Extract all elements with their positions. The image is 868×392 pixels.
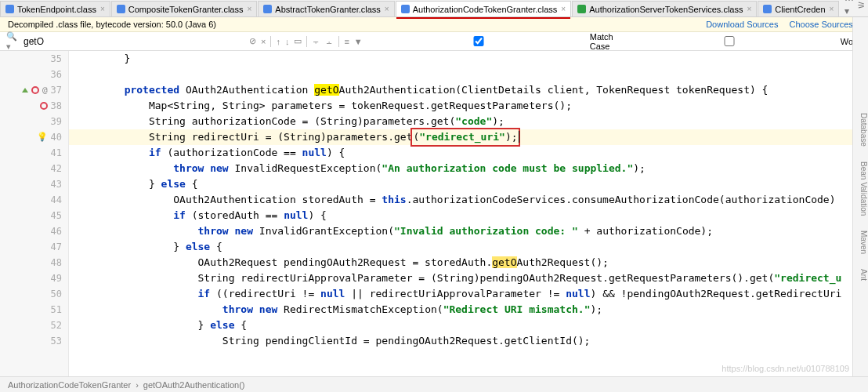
line-number: 42 xyxy=(51,161,62,176)
code-line[interactable]: } else { xyxy=(69,318,868,333)
gutter-row: 35 xyxy=(0,51,68,67)
code-area[interactable]: } protected OAuth2Authentication getOAut… xyxy=(69,51,868,385)
hide-icon[interactable]: ⚞ xyxy=(857,0,866,11)
tab-authorizationcodetokengranter-class[interactable]: AuthorizationCodeTokenGranter.class× xyxy=(396,1,572,16)
tool-bean-validation[interactable]: Bean Validation xyxy=(859,162,868,216)
code-line[interactable]: if (storedAuth == null) { xyxy=(69,208,868,223)
find-input[interactable] xyxy=(24,36,243,47)
override-icon[interactable] xyxy=(40,102,48,110)
tab-label: ClientCreden xyxy=(775,5,825,14)
tab-list-icon[interactable]: ⋯▾ xyxy=(844,0,854,16)
select-all-occurrences-icon[interactable]: ⫠ xyxy=(325,37,334,46)
line-number: 47 xyxy=(51,239,62,255)
close-tab-icon[interactable]: × xyxy=(747,5,751,13)
right-toolwindow-bar: Database Bean Validation Maven Ant xyxy=(852,17,868,376)
class-file-icon xyxy=(117,5,125,13)
select-all-icon[interactable]: ▭ xyxy=(294,36,302,46)
code-line[interactable]: String authorizationCode = (String)param… xyxy=(69,114,868,129)
download-sources-link[interactable]: Download Sources xyxy=(706,20,778,29)
code-line[interactable]: } xyxy=(69,51,868,67)
clear-icon[interactable]: ⊘ xyxy=(249,36,256,46)
tab-compositetokengranter-class[interactable]: CompositeTokenGranter.class× xyxy=(111,1,258,16)
gutter-row: 47 xyxy=(0,239,68,255)
code-line[interactable]: if (authorizationCode == null) { xyxy=(69,145,868,161)
watermark: https://blog.csdn.net/u010788109 xyxy=(722,364,849,373)
filter-icon[interactable]: ▼ xyxy=(354,37,363,46)
code-line[interactable] xyxy=(69,67,868,82)
gutter-row: 50 xyxy=(0,286,68,302)
gutter-row: 51 xyxy=(0,302,68,318)
tab-authorizationservertokenservices-class[interactable]: AuthorizationServerTokenServices.class× xyxy=(572,1,757,16)
line-number: 49 xyxy=(51,270,62,286)
gutter: 3536@373839💡4041424344454647484950515253 xyxy=(0,51,69,385)
breadcrumb[interactable]: AuthorizationCodeTokenGranter › getOAuth… xyxy=(0,376,868,392)
editor-tabs: TokenEndpoint.class×CompositeTokenGrante… xyxy=(0,0,868,17)
tab-tokenendpoint-class[interactable]: TokenEndpoint.class× xyxy=(0,1,110,16)
line-number: 50 xyxy=(51,286,62,302)
gutter-row: 44 xyxy=(0,192,68,208)
gutter-row: 💡40 xyxy=(0,129,68,145)
code-line[interactable]: } else { xyxy=(69,176,868,192)
add-selection-icon[interactable]: ⫟ xyxy=(312,37,320,46)
code-line[interactable]: throw new InvalidRequestException("An au… xyxy=(69,161,868,176)
code-line[interactable]: String redirectUriApprovalParameter = (S… xyxy=(69,270,868,286)
annotation-icon[interactable]: @ xyxy=(42,82,48,98)
tab-abstracttokengranter-class[interactable]: AbstractTokenGranter.class× xyxy=(258,1,394,16)
class-file-icon xyxy=(263,5,272,13)
tool-database[interactable]: Database xyxy=(859,113,868,147)
code-line[interactable]: throw new RedirectMismatchException("Red… xyxy=(69,302,868,318)
code-line[interactable]: OAuth2Request pendingOAuth2Request = sto… xyxy=(69,255,868,270)
decompile-notice: Decompiled .class file, bytecode version… xyxy=(0,17,868,32)
line-number: 41 xyxy=(51,145,62,161)
line-number: 43 xyxy=(51,176,62,192)
close-tab-icon[interactable]: × xyxy=(830,5,834,13)
breadcrumb-method[interactable]: getOAuth2Authentication() xyxy=(143,380,245,390)
match-case-toggle[interactable]: Match Case xyxy=(369,32,613,51)
code-line[interactable]: String pendingClientId = pendingOAuth2Re… xyxy=(69,333,868,349)
line-number: 46 xyxy=(51,223,62,239)
code-line[interactable]: String redirectUri = (String)parameters.… xyxy=(69,129,868,145)
words-toggle[interactable]: Words xyxy=(620,36,866,46)
gutter-row: 49 xyxy=(0,270,68,286)
line-number: 53 xyxy=(51,333,62,349)
gutter-row: 46 xyxy=(0,223,68,239)
close-icon[interactable]: × xyxy=(261,37,266,46)
code-line[interactable]: if ((redirectUri != null || redirectUriA… xyxy=(69,286,868,302)
toggle-filter-icon[interactable]: ≡ xyxy=(344,37,349,46)
line-number: 45 xyxy=(51,208,62,223)
tab-label: AuthorizationCodeTokenGranter.class xyxy=(413,5,558,14)
gutter-row: @37 xyxy=(0,82,68,98)
code-line[interactable]: } else { xyxy=(69,239,868,255)
class-file-icon xyxy=(401,5,410,13)
close-tab-icon[interactable]: × xyxy=(561,5,566,13)
override-icon[interactable] xyxy=(31,86,39,94)
close-tab-icon[interactable]: × xyxy=(247,5,251,13)
breadcrumb-class[interactable]: AuthorizationCodeTokenGranter xyxy=(8,380,131,390)
tab-clientcreden[interactable]: ClientCreden× xyxy=(758,1,839,16)
line-number: 39 xyxy=(51,114,62,129)
prev-match-icon[interactable]: ↑ xyxy=(276,37,280,46)
code-line[interactable]: OAuth2Authentication storedAuth = this.a… xyxy=(69,192,868,208)
gutter-row: 41 xyxy=(0,145,68,161)
intention-bulb-icon[interactable]: 💡 xyxy=(37,129,48,145)
code-line[interactable]: throw new InvalidGrantException("Invalid… xyxy=(69,223,868,239)
implements-up-icon[interactable] xyxy=(22,88,28,93)
close-tab-icon[interactable]: × xyxy=(100,5,105,13)
tool-maven[interactable]: Maven xyxy=(859,230,868,254)
tab-label: AbstractTokenGranter.class xyxy=(275,5,381,14)
close-tab-icon[interactable]: × xyxy=(385,5,389,13)
choose-sources-link[interactable]: Choose Sources... xyxy=(790,20,861,29)
next-match-icon[interactable]: ↓ xyxy=(285,37,290,46)
gutter-row: 36 xyxy=(0,67,68,82)
class-file-icon xyxy=(577,5,586,13)
gutter-row: 45 xyxy=(0,208,68,223)
tool-ant[interactable]: Ant xyxy=(859,269,868,281)
class-file-icon xyxy=(5,5,14,13)
code-editor[interactable]: 3536@373839💡4041424344454647484950515253… xyxy=(0,51,868,385)
find-bar: 🔍▾ ⊘ × ↑ ↓ ▭ ⫟ ⫠ ≡ ▼ Match Case Words Re… xyxy=(0,32,868,51)
code-line[interactable]: Map<String, String> parameters = tokenRe… xyxy=(69,98,868,114)
gutter-row: 42 xyxy=(0,161,68,176)
line-number: 44 xyxy=(51,192,62,208)
code-line[interactable]: protected OAuth2Authentication getOAuth2… xyxy=(69,82,868,98)
line-number: 52 xyxy=(51,318,62,333)
